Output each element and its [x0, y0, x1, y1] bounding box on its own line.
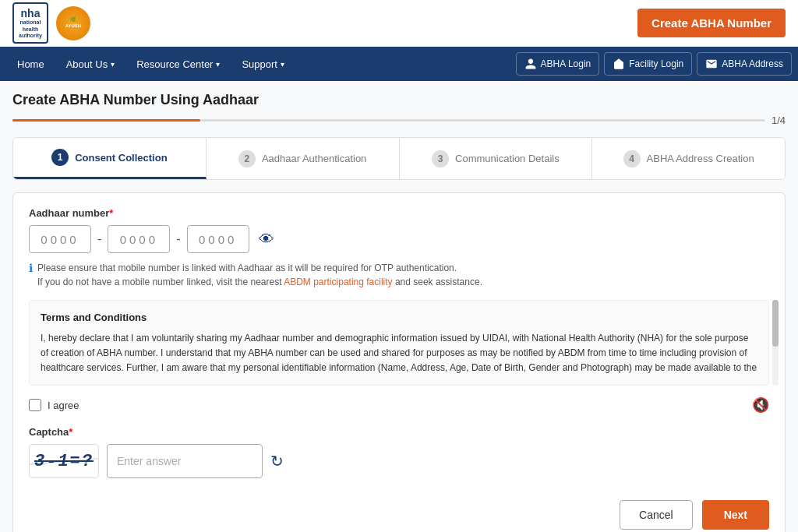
aadhaar-dash-2: - [176, 232, 180, 246]
abha-login-icon [524, 58, 537, 70]
scrollbar-thumb[interactable] [772, 300, 779, 347]
page-content: Create ABHA Number Using Aadhaar 1/4 1 C… [0, 81, 798, 532]
progress-line [12, 119, 765, 122]
step-2-number: 2 [238, 150, 256, 167]
create-abha-button[interactable]: Create ABHA Number [637, 9, 786, 37]
top-header: nha national health authority 🌿AYUSH Cre… [0, 0, 798, 47]
step-3-label: Communication Details [455, 153, 560, 164]
scrollbar-track[interactable] [772, 300, 779, 386]
about-us-chevron-icon: ▾ [111, 60, 115, 69]
captcha-row: 3-1=? ↻ [29, 444, 769, 478]
action-buttons: Cancel Next [29, 491, 769, 532]
nav-about-us[interactable]: About Us ▾ [55, 47, 125, 81]
progress-text: 1/4 [772, 115, 786, 126]
info-icon: ℹ [29, 262, 33, 274]
facility-icon [613, 58, 625, 70]
steps-row: 1 Consent Collection 2 Aadhaar Authentic… [12, 137, 786, 180]
abha-address-button[interactable]: ABHA Address [697, 52, 792, 76]
aadhaar-input-group: 0000 - 0000 - 0000 👁 [29, 225, 769, 253]
step-1-label: Consent Collection [75, 152, 167, 164]
aadhaar-dash-1: - [97, 232, 101, 246]
step-consent[interactable]: 1 Consent Collection [13, 138, 207, 179]
ayush-logo: 🌿AYUSH [56, 6, 90, 41]
nha-logo: nha national health authority [12, 2, 48, 44]
nav-home[interactable]: Home [6, 47, 55, 81]
nav-support[interactable]: Support ▾ [231, 47, 295, 81]
next-button[interactable]: Next [702, 500, 769, 530]
abdm-link[interactable]: ABDM participating facility [284, 277, 392, 287]
step-4-number: 4 [623, 150, 641, 167]
step-abha-address[interactable]: 4 ABHA Address Creation [592, 138, 785, 179]
info-message: ℹ Please ensure that mobile number is li… [29, 261, 769, 289]
navbar: Home About Us ▾ Resource Center ▾ Suppor… [0, 47, 798, 81]
facility-login-button[interactable]: Facility Login [604, 52, 692, 76]
step-2-label: Aadhaar Authentication [262, 153, 366, 164]
logo-area: nha national health authority 🌿AYUSH [12, 2, 90, 44]
agree-row: I agree 🔇 [29, 396, 769, 414]
terms-body: I, hereby declare that I am voluntarily … [41, 331, 757, 376]
terms-title: Terms and Conditions [41, 310, 757, 326]
captcha-input[interactable] [107, 444, 263, 478]
step-4-label: ABHA Address Creation [647, 153, 754, 164]
progress-container: 1/4 [12, 115, 786, 126]
aadhaar-seg1[interactable]: 0000 [29, 225, 91, 253]
agree-label[interactable]: I agree [48, 400, 79, 411]
step-1-number: 1 [51, 149, 69, 166]
captcha-label: Captcha* [29, 426, 769, 438]
toggle-visibility-icon[interactable]: 👁 [259, 231, 274, 248]
nav-right-group: ABHA Login Facility Login ABHA Address [513, 52, 792, 76]
step-communication[interactable]: 3 Communication Details [400, 138, 593, 179]
abha-login-button[interactable]: ABHA Login [516, 52, 600, 76]
step-aadhaar-auth[interactable]: 2 Aadhaar Authentication [207, 138, 400, 179]
cancel-button[interactable]: Cancel [620, 500, 693, 530]
mute-icon[interactable]: 🔇 [752, 396, 769, 414]
terms-box: Terms and Conditions I, hereby declare t… [29, 300, 769, 386]
abha-address-icon [705, 58, 718, 70]
agree-checkbox[interactable] [29, 399, 41, 411]
aadhaar-seg2[interactable]: 0000 [108, 225, 170, 253]
step-3-number: 3 [432, 150, 449, 167]
captcha-section: Captcha* 3-1=? ↻ [29, 426, 769, 478]
aadhaar-label: Aadhaar number* [29, 207, 769, 219]
progress-fill [12, 119, 200, 122]
info-text: Please ensure that mobile number is link… [37, 261, 482, 289]
refresh-captcha-icon[interactable]: ↻ [270, 452, 284, 470]
page-title: Create ABHA Number Using Aadhaar [12, 92, 786, 108]
support-chevron-icon: ▾ [281, 60, 284, 69]
captcha-image: 3-1=? [29, 444, 99, 478]
aadhaar-seg3[interactable]: 0000 [187, 225, 249, 253]
terms-section: Terms and Conditions I, hereby declare t… [29, 300, 769, 386]
resource-center-chevron-icon: ▾ [216, 60, 220, 69]
form-area: Aadhaar number* 0000 - 0000 - 0000 👁 ℹ P… [12, 192, 786, 532]
nav-resource-center[interactable]: Resource Center ▾ [125, 47, 231, 81]
